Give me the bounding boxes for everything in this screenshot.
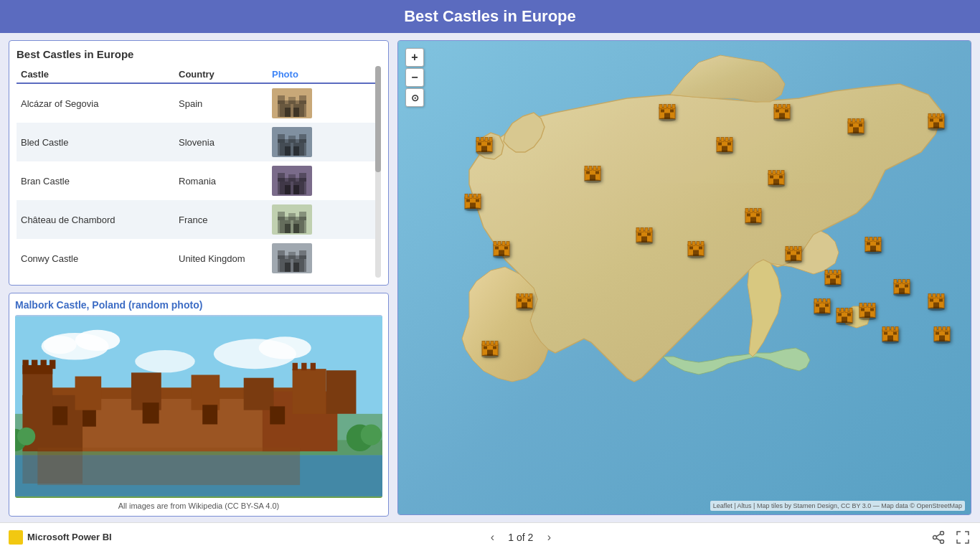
svg-point-156 bbox=[716, 151, 733, 155]
svg-rect-218 bbox=[786, 247, 788, 251]
svg-rect-220 bbox=[794, 247, 797, 251]
castle-marker-m12[interactable] bbox=[742, 203, 765, 230]
table-row[interactable]: Conwy CastleUnited Kingdom bbox=[17, 239, 381, 278]
next-page-button[interactable]: › bbox=[540, 529, 557, 546]
castle-marker-m6[interactable] bbox=[713, 132, 736, 159]
svg-rect-239 bbox=[870, 237, 872, 241]
castle-marker-m7[interactable] bbox=[771, 99, 793, 126]
svg-rect-40 bbox=[278, 250, 285, 259]
col-header-photo[interactable]: Photo bbox=[268, 66, 381, 83]
castle-photo bbox=[15, 315, 382, 498]
svg-rect-340 bbox=[777, 171, 780, 175]
svg-rect-4 bbox=[278, 95, 285, 104]
castle-marker-m3[interactable] bbox=[490, 236, 513, 263]
svg-rect-169 bbox=[852, 118, 855, 123]
fullscreen-button[interactable] bbox=[954, 529, 971, 546]
svg-point-51 bbox=[259, 336, 311, 359]
svg-point-83 bbox=[361, 424, 382, 445]
svg-rect-99 bbox=[481, 138, 484, 142]
svg-rect-181 bbox=[941, 114, 944, 118]
svg-rect-238 bbox=[865, 237, 868, 241]
table-scrollbar[interactable] bbox=[375, 66, 381, 278]
powerbi-svg-icon bbox=[9, 531, 22, 544]
castle-marker-m4[interactable] bbox=[581, 160, 604, 187]
castle-marker-m10[interactable] bbox=[633, 222, 656, 248]
table-row[interactable]: Bled CastleSlovenia bbox=[17, 123, 381, 161]
svg-rect-108 bbox=[465, 194, 468, 199]
castle-marker-m19[interactable] bbox=[833, 302, 856, 329]
search-button[interactable]: ⊙ bbox=[405, 88, 424, 107]
svg-rect-289 bbox=[819, 298, 821, 303]
svg-rect-315 bbox=[945, 332, 948, 335]
castle-marker-m9[interactable] bbox=[925, 108, 948, 135]
table-header-row: Castle Country Photo bbox=[17, 66, 381, 83]
svg-point-316 bbox=[933, 340, 951, 344]
svg-rect-314 bbox=[936, 332, 939, 335]
svg-rect-281 bbox=[849, 308, 852, 312]
powerbi-logo: Microsoft Power BI bbox=[9, 530, 112, 545]
table-row[interactable]: Château de ChambordFrance bbox=[17, 200, 381, 239]
svg-rect-131 bbox=[598, 166, 600, 170]
castle-marker-m1[interactable] bbox=[473, 132, 496, 159]
table-row[interactable]: Alcázar of SegoviaSpain bbox=[17, 83, 381, 123]
svg-point-186 bbox=[928, 127, 945, 131]
col-header-castle[interactable]: Castle bbox=[17, 66, 174, 83]
country-cell: Slovenia bbox=[174, 123, 268, 161]
svg-rect-109 bbox=[469, 194, 472, 199]
svg-rect-225 bbox=[796, 252, 800, 255]
zoom-in-button[interactable]: + bbox=[405, 48, 424, 67]
svg-rect-5 bbox=[288, 97, 296, 104]
svg-rect-73 bbox=[301, 363, 306, 370]
svg-rect-144 bbox=[661, 110, 664, 113]
prev-page-button[interactable]: ‹ bbox=[484, 529, 501, 546]
castle-marker-m11[interactable] bbox=[684, 236, 707, 263]
svg-point-306 bbox=[882, 340, 899, 344]
castle-marker-m24[interactable] bbox=[479, 336, 501, 362]
svg-rect-64 bbox=[192, 375, 220, 410]
castle-marker-m23[interactable] bbox=[513, 288, 536, 315]
svg-point-336 bbox=[481, 354, 499, 359]
col-header-country[interactable]: Country bbox=[174, 66, 268, 83]
svg-rect-288 bbox=[814, 298, 817, 303]
svg-rect-7 bbox=[285, 108, 291, 117]
table-section: Best Castles in Europe Castle Country Ph… bbox=[9, 40, 389, 286]
svg-rect-78 bbox=[202, 405, 217, 424]
svg-rect-175 bbox=[859, 123, 862, 126]
castle-marker-m8[interactable] bbox=[844, 113, 867, 139]
castle-marker-m17[interactable] bbox=[925, 288, 948, 315]
svg-rect-240 bbox=[874, 237, 877, 241]
svg-rect-301 bbox=[895, 327, 898, 331]
bottom-bar: Microsoft Power BI ‹ 1 of 2 › bbox=[0, 522, 980, 551]
svg-rect-81 bbox=[22, 450, 83, 484]
castle-marker-m16[interactable] bbox=[890, 274, 913, 301]
svg-rect-331 bbox=[495, 342, 498, 346]
svg-rect-230 bbox=[834, 270, 837, 275]
svg-rect-204 bbox=[689, 247, 693, 250]
svg-rect-320 bbox=[525, 294, 528, 298]
svg-rect-198 bbox=[688, 242, 691, 246]
castle-marker-m2[interactable] bbox=[461, 189, 484, 215]
castle-marker-m13[interactable] bbox=[782, 241, 805, 268]
castle-marker-m21[interactable] bbox=[879, 321, 902, 348]
map-section[interactable]: + − ⊙ bbox=[397, 40, 971, 515]
country-cell: United Kingdom bbox=[174, 239, 268, 278]
map-attribution: Leaflet | Altus | Map tiles by Stamen De… bbox=[710, 501, 965, 511]
castle-marker-m15[interactable] bbox=[862, 231, 885, 258]
castle-marker-m25[interactable] bbox=[765, 165, 788, 192]
svg-rect-235 bbox=[836, 276, 839, 278]
svg-rect-22 bbox=[278, 173, 285, 182]
castle-marker-m22[interactable] bbox=[930, 321, 953, 348]
table-row[interactable]: Bran CastleRomania bbox=[17, 161, 381, 200]
zoom-out-button[interactable]: − bbox=[405, 68, 424, 87]
svg-rect-234 bbox=[826, 276, 830, 278]
castle-marker-m5[interactable] bbox=[656, 99, 679, 126]
svg-rect-335 bbox=[493, 347, 496, 349]
castle-marker-m18[interactable] bbox=[856, 298, 879, 324]
share-button[interactable] bbox=[930, 529, 947, 546]
svg-rect-168 bbox=[848, 118, 851, 123]
castle-marker-m20[interactable] bbox=[811, 293, 834, 319]
castle-marker-m14[interactable] bbox=[821, 265, 844, 291]
svg-rect-60 bbox=[22, 369, 52, 410]
svg-rect-241 bbox=[878, 237, 881, 241]
page-title: Best Castles in Europe bbox=[404, 7, 576, 25]
